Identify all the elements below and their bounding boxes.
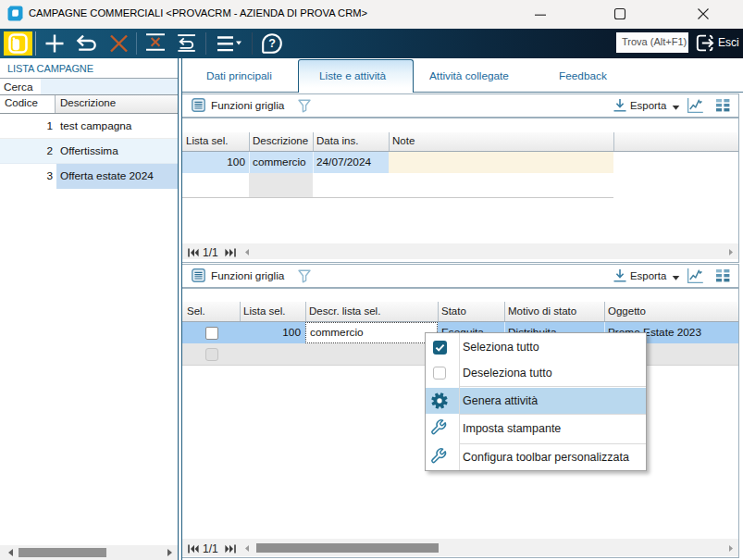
svg-text:?: ? — [268, 37, 276, 50]
